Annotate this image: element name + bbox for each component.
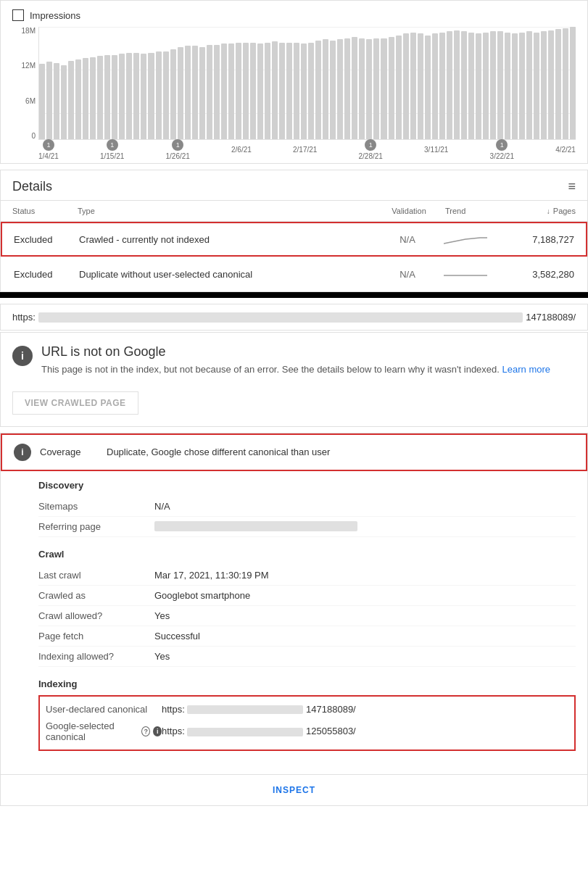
page-fetch-key: Page fetch — [38, 631, 154, 641]
url-redacted-bar — [38, 312, 523, 323]
crawl-allowed-val: Yes — [154, 610, 576, 621]
table-row[interactable]: Excluded Crawled - currently not indexed… — [1, 222, 587, 257]
chart-bar — [185, 46, 191, 139]
x-label-7: 3/11/21 — [424, 146, 448, 154]
x-label-3: 1 1/26/21 — [166, 139, 190, 160]
indexing-allowed-key: Indexing allowed? — [38, 651, 154, 662]
details-header: Details ≡ — [1, 170, 587, 201]
last-crawl-val: Mar 17, 2021, 11:30:19 PM — [154, 570, 576, 581]
row1-validation: N/A — [371, 234, 444, 245]
google-canonical-row: Google-selected canonical ? i https: 125… — [46, 718, 568, 745]
row1-status: Excluded — [14, 234, 79, 245]
chart-bar — [396, 36, 402, 139]
chart-bar — [192, 46, 198, 139]
chart-bar — [228, 43, 234, 139]
crawled-as-key: Crawled as — [38, 590, 154, 601]
row1-trend — [444, 231, 487, 248]
chart-checkbox[interactable] — [12, 9, 24, 21]
x-axis-labels: 1 1/4/21 1 1/15/21 1 1/26/21 2/6/21 2/17… — [38, 141, 576, 157]
chart-bar — [389, 37, 394, 139]
chart-bar — [294, 43, 299, 139]
chart-bar — [548, 30, 554, 139]
google-canonical-question-icon[interactable]: ? — [141, 726, 150, 736]
user-canonical-key: User-declared canonical — [46, 704, 162, 715]
chart-bar — [541, 31, 547, 139]
chart-bar — [497, 31, 503, 139]
info-card-header: i URL is not on Google This page is not … — [12, 344, 576, 377]
y-label-18m: 18M — [12, 27, 36, 35]
page-fetch-val: Successful — [154, 631, 576, 641]
google-canonical-key-with-icon: Google-selected canonical ? i — [46, 721, 162, 742]
y-label-12m: 12M — [12, 62, 36, 70]
learn-more-link[interactable]: Learn more — [502, 364, 550, 375]
chart-bar — [315, 41, 321, 139]
crawl-allowed-row: Crawl allowed? Yes — [38, 606, 576, 626]
chart-bar — [104, 55, 110, 139]
chart-bar — [359, 38, 365, 140]
chart-bar — [570, 27, 576, 139]
chart-bar — [170, 49, 176, 139]
info-card-text: URL is not on Google This page is not in… — [41, 344, 550, 377]
referring-page-redacted — [154, 521, 357, 531]
chart-bar — [461, 31, 467, 139]
chart-bar — [418, 33, 423, 139]
col-trend-header: Trend — [445, 207, 503, 215]
inspect-button[interactable]: INSPECT — [261, 782, 327, 798]
chart-bar — [381, 38, 386, 140]
chart-bar — [61, 65, 67, 139]
chart-bar — [250, 43, 256, 139]
chart-bar — [476, 33, 481, 139]
x-label-2: 1 1/15/21 — [100, 139, 124, 160]
crawl-allowed-key: Crawl allowed? — [38, 610, 154, 621]
row2-type: Duplicate without user-selected canonica… — [79, 269, 371, 280]
chart-bar — [97, 56, 103, 139]
x-label-9: 4/2/21 — [555, 146, 576, 154]
chart-bar — [133, 53, 139, 139]
info-card-desc-text: This page is not in the index, but not b… — [41, 364, 500, 375]
chart-bar — [207, 45, 212, 139]
x-label-6: 1 2/28/21 — [359, 139, 383, 160]
col-type-header: Type — [78, 207, 373, 215]
filter-icon[interactable]: ≡ — [568, 179, 576, 194]
chart-area: 18M 12M 6M 0 1 1/4/21 1 1/15/21 1 1/26/2… — [12, 27, 576, 157]
x-date-1: 1/4/21 — [38, 152, 59, 160]
url-prefix: https: — [12, 312, 36, 323]
chart-bar — [90, 57, 96, 139]
google-canonical-redacted — [187, 728, 303, 736]
chart-bar — [432, 33, 438, 139]
chart-bar — [483, 33, 489, 139]
table-row[interactable]: Excluded Duplicate without user-selected… — [1, 257, 587, 291]
x-date-7: 3/11/21 — [424, 146, 448, 154]
crawl-group-title: Crawl — [38, 549, 576, 560]
x-date-2: 1/15/21 — [100, 152, 124, 160]
user-canonical-row: User-declared canonical https: 147188089… — [46, 701, 568, 718]
view-crawled-button[interactable]: VIEW CRAWLED PAGE — [12, 391, 138, 415]
sitemaps-row: Sitemaps N/A — [38, 497, 576, 517]
chart-bar — [272, 41, 278, 139]
chart-bar — [563, 28, 568, 139]
chart-bar — [512, 33, 518, 139]
row2-status: Excluded — [14, 269, 79, 280]
url-suffix: 147188089/ — [526, 312, 576, 323]
annotation-dot-6: 1 — [365, 139, 376, 151]
chart-section: Impressions 18M 12M 6M 0 1 1/4/21 1 1/15… — [0, 0, 588, 164]
google-canonical-info-icon[interactable]: i — [153, 726, 162, 736]
last-crawl-key: Last crawl — [38, 570, 154, 581]
chart-title-row: Impressions — [12, 9, 576, 21]
chart-bar — [519, 33, 525, 139]
x-label-8: 1 3/22/21 — [490, 139, 514, 160]
chart-bar — [178, 47, 183, 139]
chart-bar — [439, 33, 445, 139]
crawled-as-row: Crawled as Googlebot smartphone — [38, 586, 576, 606]
x-date-9: 4/2/21 — [555, 146, 576, 154]
chart-bar — [352, 37, 357, 139]
chart-bar — [323, 39, 328, 139]
details-table: Discovery Sitemaps N/A Referring page Cr… — [1, 471, 587, 774]
pages-sort-icon: ↓ — [547, 207, 550, 215]
chart-bar — [330, 41, 336, 139]
chart-bar — [403, 33, 409, 139]
row2-validation: N/A — [371, 269, 444, 280]
discovery-group-title: Discovery — [38, 480, 576, 491]
chart-bar — [236, 43, 241, 139]
bars-container — [38, 27, 576, 140]
